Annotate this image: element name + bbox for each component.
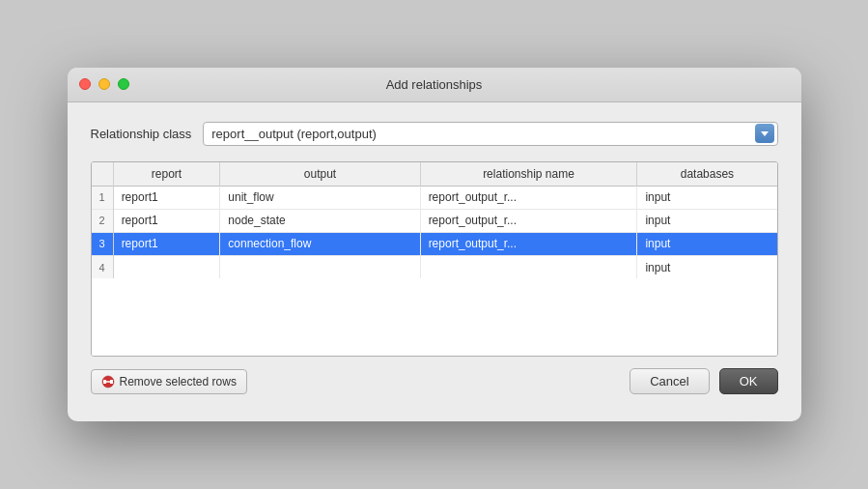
cell-databases[interactable]: input	[637, 186, 777, 209]
cell-databases[interactable]: input	[637, 255, 777, 278]
col-header-output: output	[220, 162, 420, 187]
content-area: Relationship class report__output (repor…	[68, 102, 801, 422]
table-row[interactable]: 2 report1 node_state report_output_r... …	[92, 209, 777, 232]
cell-output[interactable]: unit_flow	[220, 186, 420, 209]
dialog-window: Add relationships Relationship class rep…	[68, 68, 801, 422]
svg-rect-3	[110, 380, 113, 384]
col-header-relationship-name: relationship name	[420, 162, 637, 187]
relationship-class-row: Relationship class report__output (repor…	[91, 122, 778, 146]
remove-icon	[101, 375, 115, 388]
relationship-class-dropdown-wrapper: report__output (report,output)	[203, 122, 777, 146]
table-body: 1 report1 unit_flow report_output_r... i…	[92, 186, 777, 278]
cell-output[interactable]: node_state	[220, 209, 420, 232]
cell-report[interactable]	[113, 255, 220, 278]
cell-report[interactable]: report1	[113, 186, 220, 209]
relationships-table-container: report output relationship name database…	[91, 161, 778, 358]
remove-selected-rows-button[interactable]: Remove selected rows	[91, 369, 247, 394]
cell-output[interactable]	[220, 255, 420, 278]
window-controls	[79, 78, 129, 90]
cancel-button[interactable]: Cancel	[630, 368, 709, 394]
col-header-report: report	[113, 162, 220, 187]
action-buttons: Cancel OK	[630, 368, 777, 394]
bottom-bar: Remove selected rows Cancel OK	[91, 368, 778, 402]
ok-button[interactable]: OK	[719, 368, 778, 394]
cell-relationship-name[interactable]: report_output_r...	[420, 186, 637, 209]
cell-report[interactable]: report1	[113, 232, 220, 255]
relationship-class-select[interactable]: report__output (report,output)	[203, 122, 777, 146]
row-num: 2	[92, 209, 114, 232]
row-num: 1	[92, 186, 114, 209]
table-header: report output relationship name database…	[92, 162, 777, 187]
cell-report[interactable]: report1	[113, 209, 220, 232]
cell-output[interactable]: connection_flow	[220, 232, 420, 255]
table-row[interactable]: 3 report1 connection_flow report_output_…	[92, 232, 777, 255]
table-spacer	[92, 278, 777, 356]
cell-relationship-name[interactable]: report_output_r...	[420, 209, 637, 232]
close-button[interactable]	[79, 78, 91, 90]
table-row[interactable]: 1 report1 unit_flow report_output_r... i…	[92, 186, 777, 209]
cell-databases[interactable]: input	[637, 232, 777, 255]
relationship-class-label: Relationship class	[91, 127, 192, 141]
col-header-databases: databases	[637, 162, 777, 187]
cell-databases[interactable]: input	[637, 209, 777, 232]
window-title: Add relationships	[386, 77, 483, 92]
maximize-button[interactable]	[118, 78, 129, 90]
row-num: 4	[92, 255, 114, 278]
table-row[interactable]: 4 input	[92, 255, 777, 278]
cell-relationship-name[interactable]	[420, 255, 637, 278]
row-num: 3	[92, 232, 114, 255]
remove-button-label: Remove selected rows	[120, 375, 237, 388]
relationships-table: report output relationship name database…	[92, 162, 777, 279]
titlebar: Add relationships	[68, 68, 801, 102]
minimize-button[interactable]	[98, 78, 110, 90]
cell-relationship-name[interactable]: report_output_r...	[420, 232, 637, 255]
col-header-num	[92, 162, 114, 187]
svg-rect-2	[103, 380, 106, 384]
